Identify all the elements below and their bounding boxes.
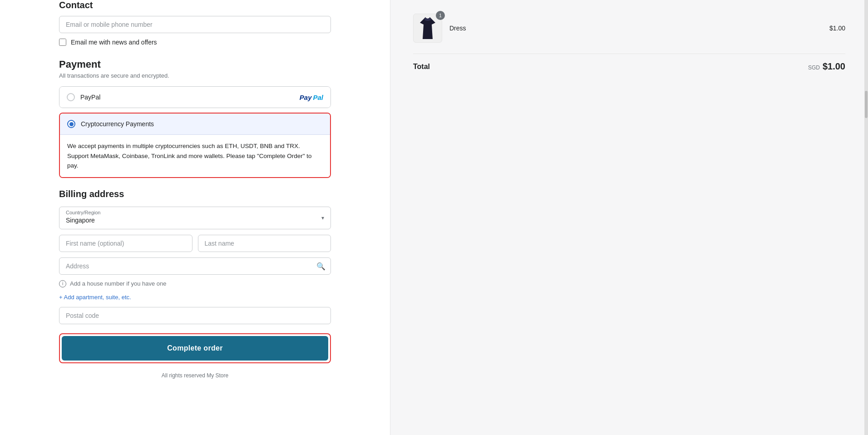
right-panel: 1 Dress $1.00 Total SGD $1.00 <box>390 0 868 435</box>
name-row <box>59 235 331 252</box>
address-search-icon[interactable]: 🔍 <box>316 262 326 270</box>
crypto-label: Cryptocurrency Payments <box>81 120 154 128</box>
crypto-description: We accept payments in multiple cryptocur… <box>60 135 330 177</box>
crypto-option-selected: Cryptocurrency Payments We accept paymen… <box>59 113 331 178</box>
paypal-radio[interactable] <box>67 93 75 101</box>
billing-title: Billing address <box>59 189 331 199</box>
scrollbar-track[interactable] <box>864 0 868 435</box>
house-number-hint: Add a house number if you have one <box>70 280 166 287</box>
address-field[interactable] <box>59 257 331 275</box>
newsletter-checkbox[interactable] <box>59 39 66 46</box>
country-value: Singapore <box>66 217 95 224</box>
total-value: $1.00 <box>823 61 845 72</box>
chevron-down-icon: ▾ <box>321 215 324 221</box>
paypal-option-left: PayPal <box>67 93 100 101</box>
payment-options-container: PayPal PayPal <box>59 86 331 108</box>
paypal-logo: PayPal <box>300 94 323 101</box>
complete-order-wrapper: Complete order <box>59 333 331 363</box>
payment-section: Payment All transactions are secure and … <box>59 59 331 178</box>
country-select-container[interactable]: Country/Region Singapore ▾ <box>59 207 331 229</box>
add-apartment-link[interactable]: + Add apartment, suite, etc. <box>59 294 131 301</box>
house-number-hint-row: i Add a house number if you have one <box>59 280 331 287</box>
total-value-wrap: SGD $1.00 <box>808 61 845 72</box>
newsletter-label: Email me with news and offers <box>71 39 157 46</box>
scrollbar-thumb[interactable] <box>865 91 868 118</box>
address-wrapper: 🔍 <box>59 257 331 275</box>
billing-section: Billing address Country/Region Singapore… <box>59 189 331 379</box>
info-icon: i <box>59 280 66 287</box>
product-name: Dress <box>449 25 822 32</box>
footer-text: All rights reserved My Store <box>59 372 331 379</box>
postal-code-field[interactable] <box>59 307 331 324</box>
total-label: Total <box>413 63 430 71</box>
contact-title: Contact <box>59 0 331 10</box>
crypto-option-header[interactable]: Cryptocurrency Payments <box>60 114 330 135</box>
email-field[interactable] <box>59 16 331 33</box>
product-quantity-badge: 1 <box>436 11 445 20</box>
crypto-radio[interactable] <box>67 120 75 128</box>
last-name-field[interactable] <box>198 235 331 252</box>
complete-order-button[interactable]: Complete order <box>62 336 328 361</box>
dress-icon <box>419 16 436 40</box>
product-image-wrap: 1 <box>413 14 442 43</box>
divider <box>413 54 845 54</box>
payment-title: Payment <box>59 59 331 70</box>
total-currency: SGD <box>808 64 820 71</box>
paypal-label: PayPal <box>80 94 100 101</box>
left-panel: Contact Email me with news and offers Pa… <box>0 0 390 435</box>
order-item: 1 Dress $1.00 <box>413 14 845 43</box>
payment-subtitle: All transactions are secure and encrypte… <box>59 72 331 79</box>
first-name-field[interactable] <box>59 235 192 252</box>
newsletter-row: Email me with news and offers <box>59 39 331 46</box>
total-row: Total SGD $1.00 <box>413 61 845 72</box>
country-label: Country/Region <box>66 210 324 215</box>
paypal-option[interactable]: PayPal PayPal <box>59 87 330 108</box>
contact-section: Contact Email me with news and offers <box>59 0 331 46</box>
crypto-option-wrapper: Cryptocurrency Payments We accept paymen… <box>59 113 331 178</box>
product-price: $1.00 <box>829 25 845 32</box>
